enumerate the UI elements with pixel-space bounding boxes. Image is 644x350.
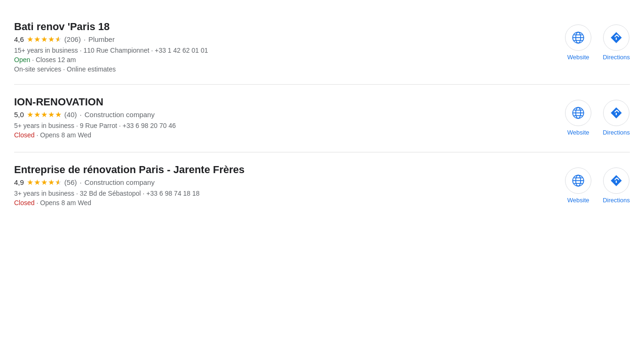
listing-rating: 4,6 ★★★★★★ (206) · Plumber — [14, 35, 437, 44]
star-full: ★ — [48, 110, 55, 119]
status-closed: Closed — [14, 131, 35, 139]
review-count: (40) — [64, 111, 77, 119]
listing-services: On-site services · Online estimates — [14, 65, 437, 73]
website-button[interactable]: Website — [565, 100, 591, 136]
listing-actions: Website Directions — [565, 21, 630, 61]
listing-name[interactable]: Entreprise de rénovation Paris - Jarente… — [14, 164, 437, 176]
listing-item-1: Bati renov 'Paris 18 4,6 ★★★★★★ (206) · … — [14, 9, 630, 85]
status-detail: · Opens 8 am Wed — [36, 131, 91, 139]
rating-number: 4,9 — [14, 178, 24, 186]
star-full: ★ — [34, 178, 40, 187]
listing-info: Entreprise de rénovation Paris - Jarente… — [14, 164, 437, 208]
category: Plumber — [88, 35, 115, 43]
directions-label: Directions — [603, 197, 630, 204]
dot: · — [80, 111, 82, 119]
rating-number: 4,6 — [14, 35, 24, 43]
listing-name[interactable]: Bati renov 'Paris 18 — [14, 21, 437, 33]
star-full: ★ — [34, 110, 40, 119]
directions-icon-circle — [603, 24, 629, 51]
status-closed: Closed — [14, 199, 35, 207]
listing-name[interactable]: ION-RENOVATION — [14, 96, 437, 108]
listing-details: 5+ years in business · 9 Rue Parrot · +3… — [14, 122, 437, 129]
listing-actions: Website Directions — [565, 164, 630, 204]
listing-rating: 5,0 ★★★★★ (40) · Construction company — [14, 110, 437, 119]
listing-rating: 4,9 ★★★★★★ (56) · Construction company — [14, 178, 437, 187]
listing-info: Bati renov 'Paris 18 4,6 ★★★★★★ (206) · … — [14, 21, 437, 73]
star-full: ★ — [27, 35, 33, 44]
dot: · — [80, 178, 82, 186]
star-full: ★ — [48, 35, 55, 44]
star-full: ★ — [34, 35, 40, 44]
directions-button[interactable]: Directions — [603, 100, 630, 136]
directions-label: Directions — [603, 129, 630, 136]
website-label: Website — [567, 129, 589, 136]
directions-icon-circle — [603, 167, 629, 194]
star-half: ★★ — [55, 35, 62, 44]
listing-status: Open · Closes 12 am — [14, 56, 437, 64]
rating-number: 5,0 — [14, 111, 24, 119]
listings-container: Bati renov 'Paris 18 4,6 ★★★★★★ (206) · … — [14, 9, 630, 220]
listing-actions: Website Directions — [565, 96, 630, 136]
listing-details: 15+ years in business · 110 Rue Champion… — [14, 47, 437, 54]
star-full: ★ — [55, 110, 62, 119]
star-full: ★ — [27, 110, 33, 119]
listing-item-3: Entreprise de rénovation Paris - Jarente… — [14, 152, 630, 220]
stars: ★★★★★★ — [27, 35, 62, 44]
directions-button[interactable]: Directions — [603, 167, 630, 204]
star-full: ★ — [41, 110, 47, 119]
status-detail: · Opens 8 am Wed — [36, 199, 91, 207]
directions-icon-circle — [603, 100, 629, 126]
star-full: ★ — [27, 178, 33, 187]
status-open: Open — [14, 56, 30, 64]
listing-status: Closed · Opens 8 am Wed — [14, 131, 437, 139]
star-full: ★ — [41, 178, 47, 187]
star-full: ★ — [41, 35, 47, 44]
star-full: ★ — [48, 178, 55, 187]
website-icon-circle — [565, 24, 591, 51]
listing-details: 3+ years in business · 32 Bd de Sébastop… — [14, 190, 437, 197]
status-detail: · Closes 12 am — [32, 56, 76, 64]
listing-info: ION-RENOVATION 5,0 ★★★★★ (40) · Construc… — [14, 96, 437, 141]
dot: · — [84, 35, 86, 43]
website-label: Website — [567, 197, 589, 204]
website-label: Website — [567, 54, 589, 61]
stars: ★★★★★ — [27, 110, 62, 119]
website-icon-circle — [565, 100, 591, 126]
star-half: ★★ — [55, 178, 62, 187]
review-count: (206) — [64, 35, 81, 43]
category: Construction company — [85, 178, 155, 186]
stars: ★★★★★★ — [27, 178, 62, 187]
website-icon-circle — [565, 167, 591, 194]
website-button[interactable]: Website — [565, 24, 591, 61]
directions-button[interactable]: Directions — [603, 24, 630, 61]
listing-item-2: ION-RENOVATION 5,0 ★★★★★ (40) · Construc… — [14, 85, 630, 152]
review-count: (56) — [64, 178, 77, 186]
listing-status: Closed · Opens 8 am Wed — [14, 199, 437, 207]
website-button[interactable]: Website — [565, 167, 591, 204]
directions-label: Directions — [603, 54, 630, 61]
category: Construction company — [85, 111, 155, 119]
